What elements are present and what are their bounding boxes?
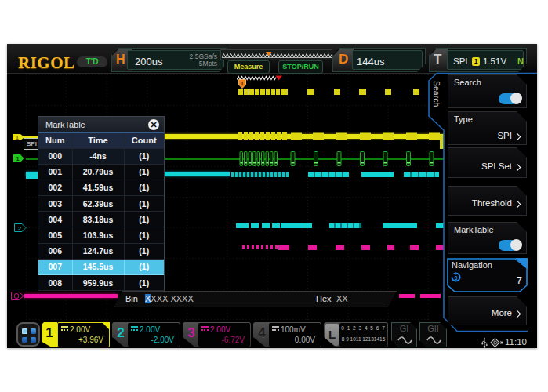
- svg-text:T: T: [241, 80, 245, 87]
- svg-text:2: 2: [18, 225, 22, 232]
- svg-text:1: 1: [16, 155, 19, 162]
- svg-text:1: 1: [16, 135, 19, 140]
- svg-text:3: 3: [455, 275, 458, 281]
